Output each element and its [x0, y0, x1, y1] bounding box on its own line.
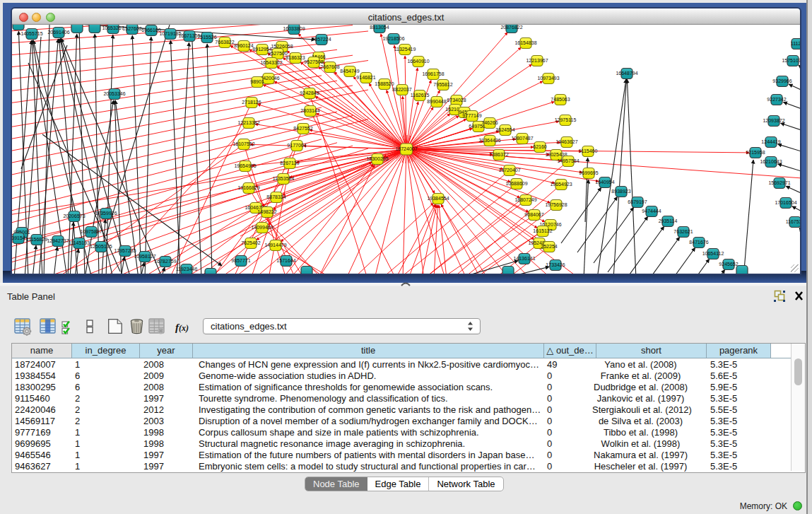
- svg-text:16154838: 16154838: [514, 40, 536, 45]
- svg-text:7663822: 7663822: [215, 40, 234, 45]
- svg-text:2803144: 2803144: [300, 108, 319, 113]
- svg-text:746266: 746266: [481, 120, 498, 125]
- svg-text:7515526: 7515526: [197, 35, 216, 40]
- svg-text:39154: 39154: [12, 235, 25, 240]
- svg-text:12505135: 12505135: [90, 244, 112, 249]
- svg-text:7386372: 7386372: [489, 152, 508, 157]
- svg-text:20053346: 20053346: [103, 91, 125, 96]
- svg-text:18300295: 18300295: [366, 156, 388, 161]
- svg-text:11923446: 11923446: [176, 267, 198, 271]
- svg-text:8454749: 8454749: [340, 69, 359, 74]
- svg-text:9242848: 9242848: [300, 90, 319, 95]
- svg-text:8813054: 8813054: [370, 25, 389, 30]
- svg-text:15226058: 15226058: [271, 44, 293, 49]
- svg-text:10973493: 10973493: [537, 76, 559, 81]
- svg-text:10688609: 10688609: [505, 181, 527, 186]
- svg-text:9857771: 9857771: [231, 258, 250, 263]
- svg-text:9699695: 9699695: [579, 170, 598, 175]
- svg-text:8186323: 8186323: [286, 55, 305, 60]
- svg-text:9777149: 9777149: [462, 113, 481, 118]
- svg-text:8878334: 8878334: [266, 194, 286, 199]
- svg-text:12213967: 12213967: [526, 58, 548, 63]
- svg-text:1167533: 1167533: [786, 219, 800, 224]
- svg-text:17957235: 17957235: [114, 248, 136, 253]
- svg-text:9227342: 9227342: [767, 97, 786, 102]
- svg-text:8938923: 8938923: [611, 189, 630, 194]
- svg-text:98901: 98901: [250, 79, 264, 84]
- svg-text:1588520: 1588520: [375, 81, 394, 86]
- svg-text:1571644: 1571644: [276, 258, 295, 263]
- svg-text:16033809: 16033809: [283, 26, 305, 31]
- svg-text:10654112: 10654112: [702, 251, 724, 256]
- svg-text:8990448: 8990448: [427, 99, 446, 104]
- svg-text:19218506: 19218506: [382, 36, 404, 41]
- svg-text:10975887: 10975887: [80, 229, 102, 234]
- svg-text:62160: 62160: [533, 144, 547, 149]
- svg-text:10807487: 10807487: [511, 136, 533, 141]
- svg-text:16640910: 16640910: [407, 59, 429, 64]
- svg-text:11156829: 11156829: [26, 237, 47, 242]
- svg-text:1527602: 1527602: [122, 26, 141, 31]
- svg-text:16210643: 16210643: [760, 159, 782, 164]
- svg-text:20206573: 20206573: [63, 214, 85, 218]
- svg-text:9329966: 9329966: [772, 78, 792, 83]
- svg-text:14914479: 14914479: [264, 243, 286, 247]
- svg-text:f(x): f(x): [175, 322, 189, 333]
- svg-text:15751074: 15751074: [782, 58, 800, 63]
- svg-text:1733426: 1733426: [546, 262, 565, 267]
- svg-text:8471676: 8471676: [689, 240, 708, 245]
- svg-text:12975115: 12975115: [555, 117, 577, 122]
- svg-text:20876822: 20876822: [500, 25, 522, 30]
- svg-text:3624554: 3624554: [495, 127, 514, 132]
- svg-text:9177004: 9177004: [287, 143, 306, 148]
- svg-text:21364436: 21364436: [478, 138, 500, 143]
- svg-text:9084067: 9084067: [524, 212, 543, 217]
- svg-text:7955812: 7955812: [433, 82, 452, 87]
- svg-text:9527508: 9527508: [304, 59, 323, 64]
- svg-text:19463627: 19463627: [555, 139, 577, 144]
- svg-text:18724007: 18724007: [395, 146, 417, 151]
- svg-text:17016504: 17016504: [775, 200, 796, 205]
- svg-text:19166829: 19166829: [237, 185, 259, 190]
- svg-text:2667608: 2667608: [320, 64, 339, 69]
- svg-text:8267130: 8267130: [280, 160, 299, 165]
- svg-text:252254: 252254: [541, 244, 557, 249]
- svg-text:6879197: 6879197: [628, 199, 647, 204]
- svg-text:9474444: 9474444: [642, 209, 661, 214]
- svg-text:1244419: 1244419: [761, 139, 780, 144]
- svg-text:7857224: 7857224: [312, 37, 331, 42]
- svg-text:14720407: 14720407: [498, 168, 520, 173]
- svg-text:14136141: 14136141: [513, 256, 535, 261]
- svg-text:18807249: 18807249: [514, 197, 536, 202]
- svg-text:7625402: 7625402: [241, 240, 260, 245]
- svg-text:11122: 11122: [791, 41, 800, 46]
- svg-text:12942737: 12942737: [47, 238, 69, 243]
- svg-text:9245652: 9245652: [719, 262, 738, 267]
- svg-text:16107552: 16107552: [233, 141, 254, 146]
- svg-text:10958127: 10958127: [134, 254, 155, 259]
- svg-text:12213382: 12213382: [237, 120, 259, 125]
- svg-text:9527500: 9527500: [268, 51, 287, 56]
- svg-text:7632621: 7632621: [673, 229, 693, 234]
- svg-text:11353584: 11353584: [273, 176, 295, 181]
- svg-text:1162615: 1162615: [411, 93, 430, 98]
- svg-text:19756928: 19756928: [545, 202, 567, 207]
- svg-text:19654965: 19654965: [234, 163, 256, 168]
- svg-text:17359926: 17359926: [95, 211, 117, 216]
- svg-text:12093872: 12093872: [763, 118, 784, 123]
- svg-text:9215958: 9215958: [746, 150, 765, 155]
- svg-text:1640954: 1640954: [595, 180, 614, 185]
- svg-text:14055715: 14055715: [20, 31, 42, 36]
- svg-text:9146821: 9146821: [356, 75, 375, 80]
- svg-text:16543362: 16543362: [260, 60, 282, 65]
- svg-text:16961758: 16961758: [422, 71, 444, 76]
- svg-text:8427552: 8427552: [293, 126, 312, 131]
- svg-text:8822037: 8822037: [392, 87, 411, 92]
- svg-text:19384554: 19384554: [427, 196, 449, 201]
- svg-text:6734028: 6734028: [447, 98, 466, 103]
- svg-text:2935114: 2935114: [659, 218, 678, 223]
- svg-text:9115460: 9115460: [579, 148, 598, 153]
- svg-text:14957584: 14957584: [557, 158, 579, 163]
- svg-text:2718126: 2718126: [242, 100, 261, 105]
- svg-text:6966160: 6966160: [141, 28, 160, 33]
